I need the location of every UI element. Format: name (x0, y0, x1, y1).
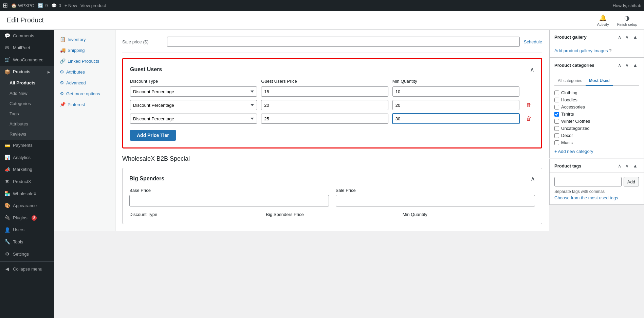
cat-checkbox-accessories[interactable] (554, 105, 559, 110)
finish-setup-button[interactable]: ◑ Finish setup (617, 14, 637, 26)
gallery-help-icon[interactable]: ? (609, 48, 611, 53)
submenu-label: Reviews (10, 131, 26, 137)
sale-price-field-input[interactable] (336, 195, 535, 206)
discount-type-select-3[interactable]: Discount Percentage Fixed Price Special … (130, 114, 257, 124)
new-button[interactable]: + New (65, 3, 77, 8)
product-gallery-expand-button[interactable]: ∧ (617, 34, 623, 40)
sidebar-item-users[interactable]: 👤 Users (0, 224, 54, 236)
guest-users-toggle-button[interactable]: ∧ (530, 66, 534, 73)
cat-label-clothing: Clothing (561, 90, 577, 95)
cat-checkbox-music[interactable] (554, 140, 559, 145)
sidebar-item-all-products[interactable]: All Products (0, 78, 54, 88)
product-categories-collapse-button[interactable]: ∨ (624, 62, 630, 68)
comment-count[interactable]: 💬 0 (51, 3, 61, 8)
cat-checkbox-clothing[interactable] (554, 91, 559, 95)
sidebar-item-settings[interactable]: ⚙ Settings (0, 248, 54, 260)
payments-icon: 💳 (4, 142, 10, 149)
guest-users-header: Guest Users ∧ (130, 66, 534, 73)
sale-price-row: Sale price ($) Schedule (122, 37, 542, 53)
add-new-category-link[interactable]: + Add new category (554, 149, 639, 154)
product-categories-close-button[interactable]: ▲ (631, 62, 639, 68)
tags-choose-link[interactable]: Choose from the most used tags (554, 195, 618, 200)
product-tags-collapse-button[interactable]: ∨ (624, 162, 630, 169)
discount-type-select-2[interactable]: Discount Percentage Fixed Price Special … (130, 100, 257, 110)
tags-input[interactable] (554, 177, 622, 186)
view-product-link[interactable]: View product (80, 3, 106, 8)
min-qty-input-3[interactable] (392, 114, 519, 124)
min-qty-field: Min Quantity (403, 212, 535, 217)
tab-sidebar-item-attributes[interactable]: ⚙ Attributes (54, 66, 115, 77)
wp-logo-icon[interactable]: ⊞ (3, 2, 8, 9)
product-tags-close-button[interactable]: ▲ (631, 162, 639, 169)
big-spenders-section: Big Spenders ∧ Base Price Sal (122, 168, 542, 224)
tags-add-button[interactable]: Add (624, 177, 639, 186)
sidebar-item-label: Tools (13, 239, 23, 245)
tab-main: Sale price ($) Schedule Guest Users ∧ (115, 30, 549, 231)
wholesalex-icon: 🏪 (4, 191, 10, 197)
sale-price-label: Sale price ($) (122, 39, 163, 44)
sidebar-item-marketing[interactable]: 📣 Marketing (0, 164, 54, 176)
schedule-link[interactable]: Schedule (524, 39, 542, 44)
sidebar-item-mailpoet[interactable]: ✉ MailPoet (0, 42, 54, 54)
sidebar-item-woocommerce[interactable]: 🛒 WooCommerce (0, 54, 54, 66)
guest-price-input-1[interactable] (261, 86, 388, 97)
sidebar-item-payments[interactable]: 💳 Payments (0, 140, 54, 152)
delete-tier-button-2[interactable]: 🗑 (523, 101, 534, 110)
sidebar-item-analytics[interactable]: 📊 Analytics (0, 152, 54, 164)
sidebar-item-collapse[interactable]: ◀ Collapse menu (0, 263, 54, 275)
sidebar-item-tools[interactable]: 🔧 Tools (0, 236, 54, 248)
product-categories-expand-button[interactable]: ∧ (617, 62, 623, 68)
cat-checkbox-hoodies[interactable] (554, 98, 559, 102)
category-tabs: All categories Most Used (554, 76, 639, 86)
marketing-icon: 📣 (4, 166, 10, 173)
product-tags-expand-button[interactable]: ∧ (617, 162, 623, 169)
cat-checkbox-winter-clothes[interactable] (554, 119, 559, 124)
sale-price-input[interactable] (167, 37, 520, 47)
cat-checkbox-decor[interactable] (554, 133, 559, 138)
update-count[interactable]: 🔄 9 (38, 3, 48, 8)
products-submenu: All Products Add New Categories Tags Att… (0, 78, 54, 139)
advanced-icon: ⚙ (60, 80, 64, 85)
sidebar-item-attributes[interactable]: Attributes (0, 119, 54, 129)
guest-price-input-3[interactable] (261, 114, 388, 124)
cat-tab-all[interactable]: All categories (554, 76, 586, 86)
sidebar-item-add-new[interactable]: Add New (0, 88, 54, 99)
site-name[interactable]: 🏠 WPXPO (11, 3, 34, 8)
tab-sidebar-item-inventory[interactable]: 📋 Inventory (54, 34, 115, 45)
price-tier-header-row: Discount Type Guest Users Price Min Quan… (130, 79, 534, 84)
sidebar-item-categories[interactable]: Categories (0, 99, 54, 109)
finish-setup-label: Finish setup (617, 22, 637, 26)
min-qty-input-2[interactable] (392, 100, 519, 110)
add-gallery-images-link[interactable]: Add product gallery images (554, 48, 608, 53)
tab-sidebar-item-get-more-options[interactable]: ⚙ Get more options (54, 88, 115, 99)
activity-button[interactable]: 🔔 Activity (597, 14, 609, 26)
sidebar-item-productx[interactable]: ✖ ProductX (0, 176, 54, 188)
add-price-tier-button[interactable]: Add Price Tier (130, 130, 176, 141)
tab-sidebar-item-pinterest[interactable]: 📌 Pinterest (54, 99, 115, 110)
cat-checkbox-tshirts[interactable] (554, 112, 559, 117)
base-price-input[interactable] (129, 195, 329, 206)
product-gallery-collapse-button[interactable]: ∨ (624, 34, 630, 40)
sidebar-item-appearance[interactable]: 🎨 Appearance (0, 200, 54, 212)
tab-sidebar-item-linked-products[interactable]: 🔗 Linked Products (54, 56, 115, 66)
cat-label-tshirts: Tshirts (561, 112, 574, 117)
cat-tab-most-used[interactable]: Most Used (586, 76, 613, 86)
sidebar-item-tags[interactable]: Tags (0, 109, 54, 119)
tab-sidebar-item-shipping[interactable]: 🚚 Shipping (54, 45, 115, 56)
cat-checkbox-uncategorized[interactable] (554, 126, 559, 131)
tab-sidebar-item-advanced[interactable]: ⚙ Advanced (54, 77, 115, 88)
tab-sidebar-label: Shipping (68, 48, 85, 53)
sidebar-item-reviews[interactable]: Reviews (0, 129, 54, 139)
big-spenders-toggle-button[interactable]: ∧ (531, 175, 535, 182)
guest-price-input-2[interactable] (261, 100, 388, 110)
sidebar-item-plugins[interactable]: 🔌 Plugins 8 (0, 212, 54, 224)
sidebar-item-comments[interactable]: 💬 Comments (0, 30, 54, 42)
delete-tier-button-3[interactable]: 🗑 (523, 114, 534, 123)
sidebar-item-wholesalex[interactable]: 🏪 WholesaleX (0, 188, 54, 200)
productx-icon: ✖ (4, 178, 10, 185)
product-gallery-close-button[interactable]: ▲ (631, 34, 639, 40)
tab-sidebar-label: Inventory (68, 37, 86, 42)
min-qty-input-1[interactable] (392, 86, 519, 97)
discount-type-select-1[interactable]: Discount Percentage Fixed Price Special … (130, 86, 257, 97)
sidebar-item-products[interactable]: 📦 Products ▶ (0, 66, 54, 78)
